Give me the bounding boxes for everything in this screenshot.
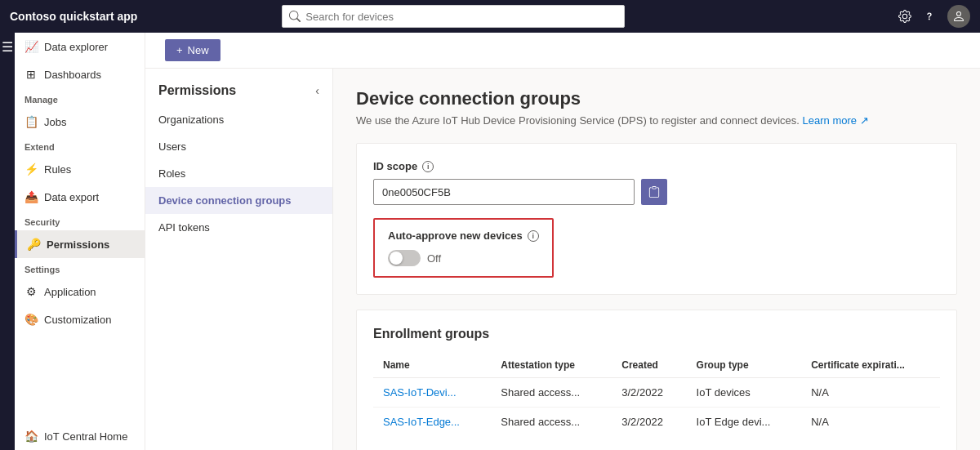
rules-icon: ⚡ [24, 163, 38, 176]
permissions-nav-users[interactable]: Users [145, 133, 332, 160]
col-certificate: Certificate expirati... [801, 353, 940, 378]
row-name: SAS-IoT-Devi... [373, 378, 491, 408]
customization-icon: 🎨 [24, 313, 38, 326]
row-group-type: IoT devices [687, 378, 802, 408]
sidebar-item-label: Permissions [47, 238, 109, 251]
new-button-label: New [188, 44, 209, 56]
table-row: SAS-IoT-Devi... Shared access... 3/2/202… [373, 378, 940, 408]
auto-approve-info-icon[interactable]: i [528, 230, 539, 242]
id-scope-row [373, 179, 940, 205]
col-name: Name [373, 353, 491, 378]
sidebar-item-application[interactable]: ⚙ Application [15, 278, 145, 305]
app-title: Contoso quickstart app [10, 10, 140, 23]
toggle-row: Off [388, 250, 539, 266]
table-row: SAS-IoT-Edge... Shared access... 3/2/202… [373, 408, 940, 437]
col-attestation: Attestation type [491, 353, 612, 378]
permissions-nav-api-tokens[interactable]: API tokens [145, 214, 332, 241]
sidebar-item-permissions[interactable]: 🔑 Permissions [15, 230, 145, 258]
sidebar-item-data-explorer[interactable]: 📈 Data explorer [15, 33, 145, 60]
permissions-nav-organizations[interactable]: Organizations [145, 106, 332, 133]
auto-approve-label: Auto-approve new devices i [388, 229, 539, 242]
sidebar: 📈 Data explorer ⊞ Dashboards Manage 📋 Jo… [15, 33, 145, 450]
row-name: SAS-IoT-Edge... [373, 408, 491, 437]
enrollment-groups-title: Enrollment groups [373, 327, 940, 341]
sidebar-section-extend: Extend [15, 136, 145, 155]
external-link-icon: ↗ [860, 114, 869, 127]
new-button[interactable]: + New [165, 39, 220, 61]
new-button-icon: + [176, 44, 183, 56]
auto-approve-toggle[interactable] [388, 250, 421, 266]
auto-approve-state: Off [427, 252, 441, 265]
row-cert-exp: N/A [801, 408, 940, 437]
sidebar-item-label: Data explorer [44, 41, 108, 53]
sidebar-section-security: Security [15, 211, 145, 230]
sidebar-item-label: Dashboards [44, 69, 101, 81]
sidebar-item-label: Application [44, 286, 96, 298]
sidebar-item-dashboards[interactable]: ⊞ Dashboards [15, 60, 145, 88]
collapse-button[interactable]: ‹ [315, 84, 319, 97]
settings-icon[interactable] [898, 10, 911, 23]
sidebar-item-label: Rules [44, 163, 71, 176]
sidebar-bottom: 🏠 IoT Central Home [15, 422, 145, 450]
id-scope-info-icon[interactable]: i [422, 161, 434, 172]
row-attestation: Shared access... [491, 378, 612, 408]
sidebar-item-rules[interactable]: ⚡ Rules [15, 155, 145, 183]
search-input[interactable] [305, 11, 617, 23]
copy-button[interactable] [641, 179, 667, 205]
avatar[interactable] [947, 5, 970, 28]
permissions-panel-title: Permissions [158, 83, 236, 98]
search-bar[interactable] [282, 5, 625, 28]
enrollment-table: Name Attestation type Created Group type… [373, 353, 940, 436]
permissions-nav-device-connection-groups[interactable]: Device connection groups [145, 187, 332, 214]
copy-icon [648, 186, 660, 198]
sidebar-item-data-export[interactable]: 📤 Data export [15, 183, 145, 211]
sidebar-item-jobs[interactable]: 📋 Jobs [15, 108, 145, 136]
auto-approve-box: Auto-approve new devices i Off [373, 218, 554, 278]
table-header: Name Attestation type Created Group type… [373, 353, 940, 378]
content-toolbar: + New [145, 33, 980, 69]
sidebar-section-settings: Settings [15, 258, 145, 278]
sidebar-item-label: Customization [44, 314, 111, 326]
iot-central-home-icon: 🏠 [24, 430, 38, 443]
application-icon: ⚙ [24, 285, 38, 298]
row-name-link[interactable]: SAS-IoT-Devi... [383, 386, 457, 399]
sidebar-item-label: IoT Central Home [44, 430, 127, 443]
id-scope-input[interactable] [373, 179, 635, 205]
sidebar-item-label: Data export [44, 191, 99, 203]
search-icon [289, 11, 301, 22]
data-export-icon: 📤 [24, 190, 38, 203]
table-body: SAS-IoT-Devi... Shared access... 3/2/202… [373, 378, 940, 437]
sidebar-section-manage: Manage [15, 88, 145, 108]
device-connection-card: ID scope i Au [356, 143, 957, 295]
permissions-icon: 🔑 [27, 238, 40, 251]
sidebar-item-customization[interactable]: 🎨 Customization [15, 305, 145, 333]
toggle-knob [390, 252, 403, 265]
main-layout: ☰ 📈 Data explorer ⊞ Dashboards Manage 📋 … [0, 33, 980, 450]
help-icon[interactable] [923, 10, 936, 23]
row-attestation: Shared access... [491, 408, 612, 437]
learn-more-link[interactable]: Learn more ↗ [803, 114, 869, 127]
content-area: + New Permissions ‹ Organizations Users … [145, 33, 980, 450]
sidebar-item-label: Jobs [44, 116, 66, 128]
permissions-panel: Permissions ‹ Organizations Users Roles … [145, 69, 333, 450]
left-nav: ☰ [0, 33, 15, 450]
data-explorer-icon: 📈 [24, 40, 38, 53]
hamburger-menu[interactable]: ☰ [2, 39, 13, 55]
row-created: 3/2/2022 [612, 378, 686, 408]
page-subtitle: We use the Azure IoT Hub Device Provisio… [356, 114, 957, 127]
permissions-nav-roles[interactable]: Roles [145, 160, 332, 187]
main-content: Device connection groups We use the Azur… [333, 69, 980, 450]
topbar: Contoso quickstart app [0, 0, 980, 33]
enrollment-groups-card: Enrollment groups Name Attestation type … [356, 310, 957, 450]
jobs-icon: 📋 [24, 115, 38, 128]
row-name-link[interactable]: SAS-IoT-Edge... [383, 416, 460, 428]
col-group-type: Group type [687, 353, 802, 378]
permissions-header: Permissions ‹ [145, 75, 332, 106]
dashboards-icon: ⊞ [24, 68, 38, 81]
row-created: 3/2/2022 [612, 408, 686, 437]
id-scope-label: ID scope i [373, 160, 940, 172]
row-group-type: IoT Edge devi... [687, 408, 802, 437]
sidebar-item-iot-central-home[interactable]: 🏠 IoT Central Home [15, 422, 145, 450]
page-title: Device connection groups [356, 88, 957, 109]
row-cert-exp: N/A [801, 378, 940, 408]
